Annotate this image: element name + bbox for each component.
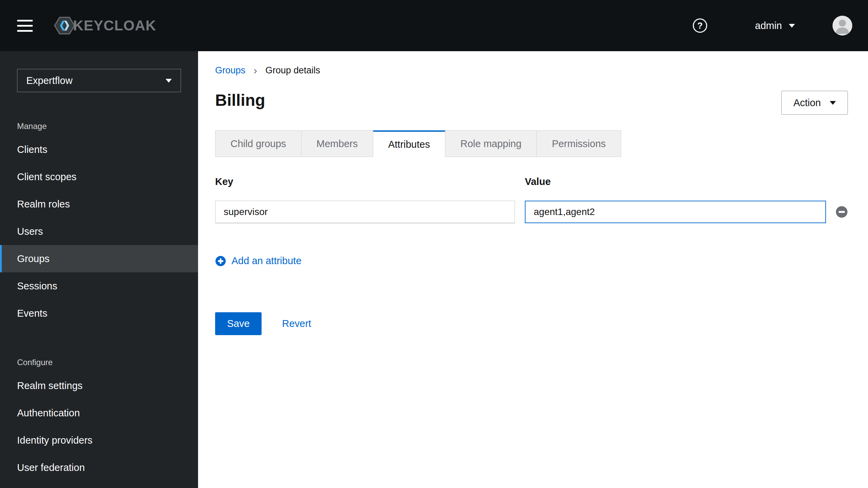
user-avatar-icon [832, 16, 852, 35]
breadcrumb-current: Group details [265, 65, 320, 76]
avatar[interactable] [832, 16, 852, 35]
sidebar-item-sessions[interactable]: Sessions [0, 272, 198, 300]
caret-down-icon [789, 24, 795, 28]
caret-down-icon [166, 79, 172, 83]
realm-selector[interactable]: Expertflow [17, 69, 181, 92]
tab-label: Attributes [388, 139, 430, 150]
sidebar-item-clients[interactable]: Clients [0, 136, 198, 163]
attribute-value-input[interactable] [525, 201, 826, 223]
page-title: Billing [215, 91, 848, 110]
breadcrumb-separator-icon: › [254, 65, 257, 76]
revert-button[interactable]: Revert [282, 318, 311, 329]
sidebar: Expertflow Manage Clients Client scopes … [0, 51, 198, 488]
sidebar-item-label: Client scopes [17, 171, 76, 183]
save-button[interactable]: Save [215, 312, 262, 335]
breadcrumb-link-groups[interactable]: Groups [215, 65, 246, 76]
sidebar-item-user-federation[interactable]: User federation [0, 454, 198, 481]
nav-section-manage-title: Manage [0, 115, 198, 136]
tab-label: Role mapping [460, 138, 521, 149]
tab-label: Members [317, 138, 358, 149]
attribute-key-input[interactable] [215, 201, 515, 223]
sidebar-item-label: Authentication [17, 407, 80, 419]
action-dropdown-label: Action [793, 97, 821, 109]
attributes-value-header: Value [525, 176, 551, 187]
sidebar-item-label: Realm settings [17, 380, 83, 391]
main-content: Groups › Group details Billing Action Ch… [198, 51, 868, 488]
attributes-key-header: Key [215, 176, 525, 187]
attribute-row [215, 201, 848, 223]
sidebar-item-label: Identity providers [17, 435, 93, 446]
tab-attributes[interactable]: Attributes [373, 130, 446, 157]
plus-circle-icon [215, 256, 226, 267]
user-name: admin [755, 20, 782, 31]
hamburger-icon [17, 25, 33, 27]
realm-name: Expertflow [26, 75, 72, 86]
app-shell: Expertflow Manage Clients Client scopes … [0, 51, 868, 488]
keycloak-logo-icon [54, 16, 75, 35]
remove-attribute-button[interactable] [836, 206, 848, 218]
attributes-table-headers: Key Value [215, 176, 848, 187]
sidebar-item-label: Users [17, 226, 43, 237]
sidebar-item-realm-settings[interactable]: Realm settings [0, 372, 198, 399]
sidebar-item-events[interactable]: Events [0, 300, 198, 327]
tab-members[interactable]: Members [302, 130, 373, 157]
sidebar-item-client-scopes[interactable]: Client scopes [0, 163, 198, 190]
form-actions: Save Revert [215, 312, 848, 335]
sidebar-item-realm-roles[interactable]: Realm roles [0, 190, 198, 218]
hamburger-icon [17, 20, 33, 21]
sidebar-item-label: User federation [17, 462, 85, 473]
help-button[interactable]: ? [693, 18, 707, 33]
add-attribute-label: Add an attribute [232, 255, 302, 267]
tab-child-groups[interactable]: Child groups [215, 130, 302, 157]
breadcrumb: Groups › Group details [215, 65, 848, 76]
masthead: KEYCLOAK ? admin [0, 0, 868, 51]
action-dropdown-button[interactable]: Action [781, 91, 848, 115]
hamburger-icon [17, 30, 33, 32]
sidebar-item-label: Sessions [17, 281, 57, 292]
user-menu-button[interactable]: admin [755, 20, 795, 31]
sidebar-item-label: Events [17, 308, 47, 319]
question-circle-icon: ? [697, 20, 703, 31]
brand-text: KEYCLOAK [73, 17, 156, 34]
sidebar-item-identity-providers[interactable]: Identity providers [0, 427, 198, 454]
tab-bar: Child groups Members Attributes Role map… [215, 130, 848, 157]
nav-section-configure-title: Configure [0, 351, 198, 372]
sidebar-item-users[interactable]: Users [0, 218, 198, 245]
nav-toggle-button[interactable] [17, 20, 33, 32]
sidebar-item-groups[interactable]: Groups [0, 245, 198, 272]
tab-label: Permissions [552, 138, 606, 149]
masthead-actions: ? admin [693, 16, 852, 35]
sidebar-item-label: Clients [17, 144, 47, 155]
tab-label: Child groups [230, 138, 286, 149]
caret-down-icon [830, 101, 836, 105]
sidebar-item-label: Realm roles [17, 199, 70, 210]
sidebar-item-label: Groups [17, 253, 50, 264]
minus-circle-icon [836, 206, 848, 218]
keycloak-logo: KEYCLOAK [54, 16, 156, 35]
tab-role-mapping[interactable]: Role mapping [445, 130, 537, 157]
sidebar-item-authentication[interactable]: Authentication [0, 399, 198, 427]
tab-permissions[interactable]: Permissions [537, 130, 621, 157]
add-attribute-link[interactable]: Add an attribute [215, 255, 302, 267]
